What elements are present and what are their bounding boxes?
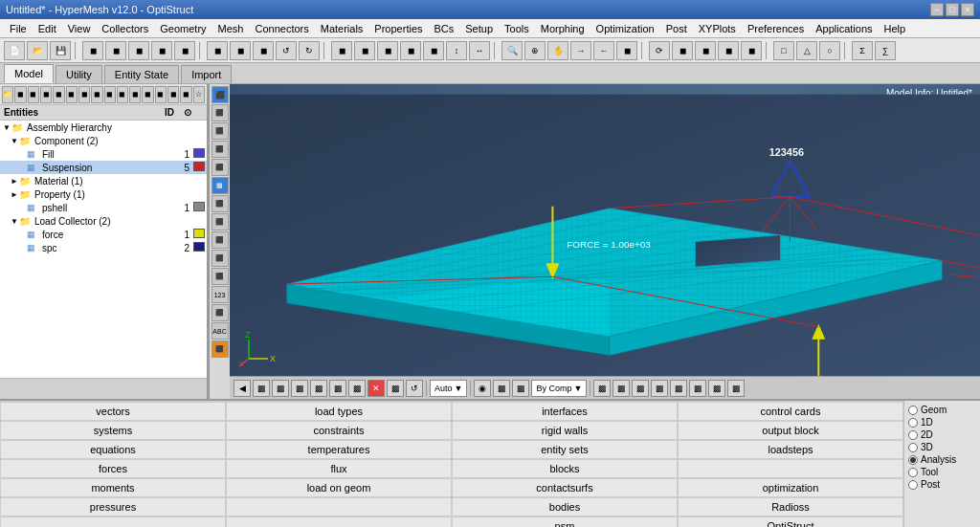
menu-help[interactable]: Help bbox=[879, 21, 912, 36]
vtb8[interactable]: ⬛ bbox=[212, 213, 229, 231]
radio-1d-dot[interactable] bbox=[908, 418, 918, 428]
bc-vectors[interactable]: vectors bbox=[0, 402, 226, 421]
expand-assembly[interactable]: ▼ bbox=[2, 123, 11, 132]
vp-c3[interactable]: ▩ bbox=[632, 380, 649, 397]
menu-collectors[interactable]: Collectors bbox=[96, 21, 154, 36]
vp-display2[interactable]: ▩ bbox=[493, 380, 510, 397]
bc-load-types[interactable]: load types bbox=[226, 402, 452, 421]
lt3[interactable]: ◼ bbox=[28, 86, 39, 103]
lt4[interactable]: ◼ bbox=[40, 86, 52, 103]
bc-interfaces[interactable]: interfaces bbox=[452, 402, 678, 421]
maximize-button[interactable]: □ bbox=[946, 3, 959, 16]
vp-4[interactable]: ▩ bbox=[310, 380, 327, 397]
menu-morphing[interactable]: Morphing bbox=[535, 21, 590, 36]
tb2[interactable]: ◼ bbox=[105, 41, 126, 60]
vtb9[interactable]: ⬛ bbox=[212, 231, 229, 249]
tb18[interactable]: 🔍 bbox=[501, 41, 523, 60]
lt6[interactable]: ◼ bbox=[66, 86, 78, 103]
tb12[interactable]: ◼ bbox=[354, 41, 375, 60]
tree-assembly-hierarchy[interactable]: ▼ 📁 Assembly Hierarchy bbox=[0, 121, 207, 134]
auto-dropdown[interactable]: Auto ▼ bbox=[430, 380, 467, 397]
vtb11[interactable]: ⬛ bbox=[212, 268, 229, 285]
lt5[interactable]: ◼ bbox=[53, 86, 64, 103]
bc-opistruct[interactable]: OptiStruct bbox=[678, 516, 903, 527]
bc-flux[interactable]: flux bbox=[226, 459, 452, 478]
vp-c2[interactable]: ▩ bbox=[612, 380, 630, 397]
tb23[interactable]: ◼ bbox=[616, 41, 637, 60]
vp-c6[interactable]: ▩ bbox=[689, 380, 706, 397]
tree-force[interactable]: ▦ force 1 bbox=[0, 228, 207, 241]
radio-3d[interactable]: 3D bbox=[908, 442, 976, 452]
open-button[interactable]: 📂 bbox=[27, 41, 48, 60]
tb31[interactable]: ○ bbox=[819, 41, 840, 60]
menu-connectors[interactable]: Connectors bbox=[249, 21, 314, 36]
vtb4[interactable]: ⬛ bbox=[212, 141, 229, 158]
tab-import[interactable]: Import bbox=[181, 65, 232, 83]
vp-8[interactable]: ↺ bbox=[406, 380, 423, 397]
lt15[interactable]: ◼ bbox=[180, 86, 191, 103]
tb5[interactable]: ◼ bbox=[174, 41, 195, 60]
bc-moments[interactable]: moments bbox=[0, 478, 226, 497]
radio-tool-dot[interactable] bbox=[908, 468, 918, 477]
vtb15[interactable]: ⬛ bbox=[212, 340, 229, 358]
vtb2[interactable]: ⬛ bbox=[212, 104, 229, 121]
tb20[interactable]: ✋ bbox=[547, 41, 568, 60]
close-button[interactable]: × bbox=[961, 3, 974, 16]
bc-radioss[interactable]: Radioss bbox=[678, 497, 903, 516]
vp-c8[interactable]: ▩ bbox=[727, 380, 745, 397]
tb10[interactable]: ↻ bbox=[299, 41, 320, 60]
vtb7[interactable]: ⬛ bbox=[212, 195, 229, 212]
lt14[interactable]: ◼ bbox=[167, 86, 179, 103]
radio-3d-dot[interactable] bbox=[908, 443, 918, 452]
menu-view[interactable]: View bbox=[62, 21, 97, 36]
tb15[interactable]: ◼ bbox=[423, 41, 444, 60]
radio-analysis-dot[interactable] bbox=[908, 455, 918, 465]
lt7[interactable]: ◼ bbox=[78, 86, 90, 103]
vtb14[interactable]: ABC bbox=[212, 322, 229, 340]
vp-2[interactable]: ▩ bbox=[272, 380, 289, 397]
bc-bodies[interactable]: bodies bbox=[452, 497, 678, 516]
menu-file[interactable]: File bbox=[4, 21, 33, 36]
tb29[interactable]: □ bbox=[773, 41, 794, 60]
lt13[interactable]: ◼ bbox=[155, 86, 167, 103]
tb32[interactable]: Σ bbox=[852, 41, 873, 60]
bc-equations[interactable]: equations bbox=[0, 440, 226, 459]
tree-fill[interactable]: ▦ Fill 1 bbox=[0, 147, 207, 161]
expand-component[interactable]: ▼ bbox=[10, 137, 19, 145]
radio-2d-dot[interactable] bbox=[908, 430, 918, 440]
radio-geom[interactable]: Geom bbox=[908, 405, 976, 415]
tree-suspension[interactable]: ▦ Suspension 5 bbox=[0, 161, 207, 174]
tab-model[interactable]: Model bbox=[4, 64, 54, 83]
tb26[interactable]: ◼ bbox=[695, 41, 716, 60]
vp-7[interactable]: ▩ bbox=[387, 380, 404, 397]
tb11[interactable]: ◼ bbox=[331, 41, 352, 60]
tree-area[interactable]: ▼ 📁 Assembly Hierarchy ▼ 📁 Component (2)… bbox=[0, 121, 207, 378]
tb9[interactable]: ↺ bbox=[276, 41, 297, 60]
bc-systems[interactable]: systems bbox=[0, 421, 226, 440]
vp-1[interactable]: ▩ bbox=[253, 380, 270, 397]
vp-display1[interactable]: ◉ bbox=[474, 380, 491, 397]
bc-forces[interactable]: forces bbox=[0, 459, 226, 478]
tb3[interactable]: ◼ bbox=[128, 41, 149, 60]
lt9[interactable]: ◼ bbox=[104, 86, 116, 103]
tb25[interactable]: ◼ bbox=[672, 41, 693, 60]
lt1[interactable]: 📁 bbox=[2, 86, 13, 103]
bc-rigid-walls[interactable]: rigid walls bbox=[452, 421, 678, 440]
vtb5[interactable]: ⬛ bbox=[212, 159, 229, 176]
bc-output-block[interactable]: output block bbox=[678, 421, 903, 440]
bycomp-dropdown[interactable]: By Comp ▼ bbox=[531, 380, 587, 397]
vp-3[interactable]: ▩ bbox=[291, 380, 308, 397]
titlebar-controls[interactable]: − □ × bbox=[930, 3, 974, 16]
radio-1d[interactable]: 1D bbox=[908, 417, 976, 428]
lt16[interactable]: ☆ bbox=[193, 86, 205, 103]
tb33[interactable]: ∑ bbox=[875, 41, 896, 60]
tb22[interactable]: ← bbox=[593, 41, 614, 60]
lt11[interactable]: ◼ bbox=[129, 86, 141, 103]
bc-load-on-geom[interactable]: load on geom bbox=[226, 478, 452, 497]
bc-constraints[interactable]: constraints bbox=[226, 421, 452, 440]
lt2[interactable]: ◼ bbox=[14, 86, 26, 103]
tb1[interactable]: ◼ bbox=[82, 41, 103, 60]
tree-component[interactable]: ▼ 📁 Component (2) bbox=[0, 134, 207, 147]
expand-material[interactable]: ► bbox=[10, 177, 19, 186]
expand-property[interactable]: ► bbox=[10, 190, 19, 199]
